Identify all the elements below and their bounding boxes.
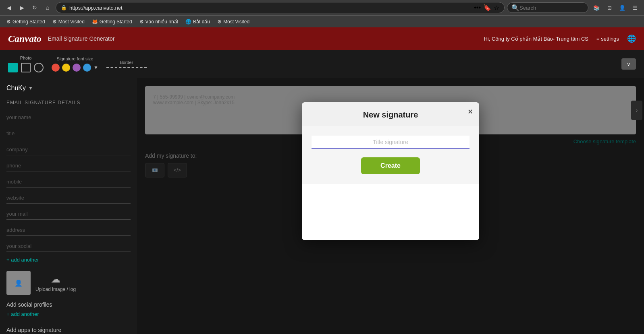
photo-options (8, 63, 44, 72)
phone-input[interactable] (6, 160, 131, 171)
mobile-field (6, 176, 131, 188)
bookmark-icon-globe: 🌐 (185, 19, 191, 25)
upload-icon: ☁ (51, 274, 60, 285)
left-sidebar: ChuKy ▼ Email signature details (0, 78, 137, 334)
nav-buttons: ◀ ▶ ↻ ⌂ (3, 2, 53, 13)
bookmark-bat-dau[interactable]: 🌐 Bắt đầu (182, 18, 213, 25)
greeting-text: Hi, Công ty Cổ phần Mất Bão- Trung tâm C… (484, 36, 588, 42)
bookmark-label: Bắt đầu (193, 19, 210, 25)
title-input[interactable] (6, 128, 131, 139)
forward-button[interactable]: ▶ (16, 2, 27, 13)
your-name-field (6, 112, 131, 123)
sidebar-button[interactable]: ⊡ (604, 2, 615, 13)
app-header: Canvato Email Signature Generator Hi, Cô… (0, 27, 644, 50)
border-section: Border (106, 60, 147, 68)
star-icon: ☆ (494, 4, 499, 12)
bookmark-label: Getting Started (100, 19, 132, 25)
browser-actions: 📚 ⊡ 👤 ☰ (591, 2, 641, 13)
search-input[interactable] (519, 5, 584, 11)
settings-button[interactable]: ≡ settings (596, 36, 619, 42)
address-bar[interactable]: 🔒 https://app.canvato.net ••• 🔖 ☆ (56, 2, 505, 13)
mobile-input[interactable] (6, 176, 131, 188)
signature-title-input[interactable] (312, 137, 469, 147)
modal-header: New signature × (302, 102, 479, 126)
section-title: Email signature details (6, 100, 131, 105)
bookmarks-bar: ⚙ Getting Started ⚙ Most Visited 🦊 Getti… (0, 15, 644, 27)
upload-button-area[interactable]: ☁ Upload image / log (35, 274, 76, 292)
new-signature-modal: New signature × Create (302, 102, 479, 240)
your-social-field (6, 241, 131, 252)
photo-square-outline[interactable] (21, 63, 31, 72)
font-colors: ▼ (52, 64, 98, 72)
social-section: 👤 ☁ Upload image / log Add social profil… (6, 271, 131, 317)
company-input[interactable] (6, 144, 131, 155)
caret-down-button[interactable]: ∨ (621, 58, 636, 70)
photo-square-filled[interactable] (8, 63, 18, 72)
add-social-link[interactable]: + add another (6, 311, 131, 317)
modal-footer (302, 184, 479, 240)
modal-body: Create (302, 126, 479, 184)
bookmark-label: Most Visited (223, 19, 249, 25)
border-line (106, 67, 147, 68)
right-panel: 7 | 555-99999 | owner@company.com www.ex… (137, 78, 644, 334)
signature-selector[interactable]: ChuKy ▼ (6, 85, 131, 92)
bookmark-icon: 🔖 (483, 4, 491, 12)
border-label: Border (120, 60, 133, 65)
bookmark-icon-gear: ⚙ (6, 19, 11, 25)
bookmark-getting-started-2[interactable]: 🦊 Getting Started (89, 18, 135, 25)
home-button[interactable]: ⌂ (42, 2, 53, 13)
app-header-title: Email Signature Generator (48, 35, 115, 42)
search-icon: 🔍 (511, 4, 519, 12)
refresh-button[interactable]: ↻ (29, 2, 40, 13)
color-purple[interactable] (73, 64, 81, 72)
bookmark-icon-fox: 🦊 (92, 19, 98, 25)
bookmark-most-visited-2[interactable]: ⚙ Most Visited (214, 18, 253, 25)
address-field (6, 225, 131, 236)
color-red[interactable] (52, 64, 60, 72)
phone-field (6, 160, 131, 171)
your-social-input[interactable] (6, 241, 131, 252)
bookmark-vao-nhieu-nhat[interactable]: ⚙ Vào nhiều nhất (136, 18, 181, 25)
search-bar[interactable]: 🔍 (507, 2, 588, 13)
add-another-field-link[interactable]: + add another (6, 257, 131, 263)
bookmark-icon-gear3: ⚙ (139, 19, 144, 25)
color-yellow[interactable] (62, 64, 70, 72)
font-size-section: Signature font size ▼ (52, 56, 98, 72)
bookmark-label: Most Visited (58, 19, 85, 25)
title-field (6, 128, 131, 139)
add-apps-title: Add apps to signature (6, 327, 131, 333)
bookmark-icon-gear4: ⚙ (217, 19, 222, 25)
bookmark-getting-started-1[interactable]: ⚙ Getting Started (3, 18, 48, 25)
address-input[interactable] (6, 225, 131, 236)
bookmark-icon-gear2: ⚙ (52, 19, 57, 25)
color-blue[interactable] (83, 64, 91, 72)
color-arrow-icon[interactable]: ▼ (93, 65, 98, 70)
create-signature-button[interactable]: Create (361, 157, 420, 174)
modal-overlay: New signature × Create (137, 78, 644, 334)
modal-close-button[interactable]: × (468, 107, 473, 116)
website-input[interactable] (6, 192, 131, 204)
address-icons: ••• 🔖 ☆ (474, 4, 499, 12)
options-bar: Photo Signature font size ▼ Border ∨ (0, 50, 644, 78)
library-button[interactable]: 📚 (591, 2, 602, 13)
browser-chrome: ◀ ▶ ↻ ⌂ 🔒 https://app.canvato.net ••• 🔖 … (0, 0, 644, 27)
browser-toolbar: ◀ ▶ ↻ ⌂ 🔒 https://app.canvato.net ••• 🔖 … (0, 0, 644, 15)
menu-button[interactable]: ☰ (629, 2, 641, 13)
profile-photo: 👤 (6, 271, 31, 295)
main-content: ChuKy ▼ Email signature details (0, 78, 644, 334)
account-button[interactable]: 👤 (617, 2, 628, 13)
company-field (6, 144, 131, 155)
photo-section: Photo (8, 56, 44, 72)
app-logo: Canvato (8, 33, 42, 44)
info-icon: ••• (474, 4, 481, 11)
bookmark-label: Getting Started (12, 19, 45, 25)
your-mail-input[interactable] (6, 208, 131, 220)
add-apps-section: Add apps to signature Featured 🔨 <> (6, 327, 131, 334)
url-text: https://app.canvato.net (69, 5, 472, 11)
signature-name: ChuKy (6, 85, 26, 92)
globe-icon[interactable]: 🌐 (627, 34, 636, 43)
your-name-input[interactable] (6, 112, 131, 123)
back-button[interactable]: ◀ (3, 2, 15, 13)
bookmark-most-visited-1[interactable]: ⚙ Most Visited (49, 18, 88, 25)
photo-circle[interactable] (34, 63, 44, 72)
